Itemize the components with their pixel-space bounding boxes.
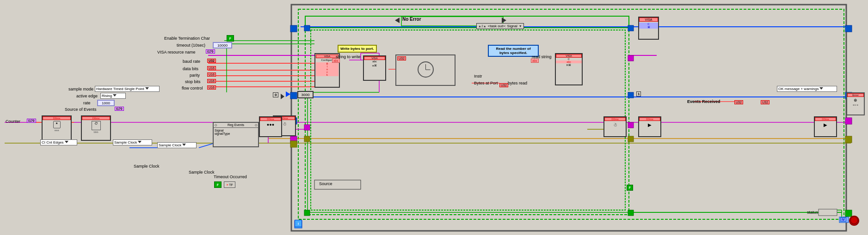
svg-rect-0: [291, 5, 846, 231]
status-label: status: [807, 210, 818, 215]
sample-clock-dropdown-1[interactable]: Sample Clock: [113, 139, 152, 145]
svg-rect-46: [845, 118, 852, 124]
timeout-value[interactable]: 10000: [213, 42, 232, 48]
sample-clock-1-arrow: [138, 141, 142, 145]
read-number-bytes-node[interactable]: Read the number of bytes specified.: [488, 45, 539, 57]
bytes-read-label: bytes read: [508, 81, 527, 85]
block-diagram-canvas: No Error ▲2▲ <task out>: Signal ▼ 3000 E…: [0, 0, 868, 235]
svg-rect-44: [845, 25, 852, 32]
daqmx-create-block[interactable]: D0mx ★ aaa: [42, 115, 72, 141]
daqmx-after-loop[interactable]: D0mx ▶: [638, 116, 661, 137]
abc-string-terminal: abc: [332, 59, 340, 63]
value-0-box: 0: [273, 92, 278, 97]
active-edge-arrow: [113, 94, 117, 98]
data-bits-label: data bits: [183, 66, 198, 71]
svg-rect-40: [290, 136, 297, 143]
abc-read-terminal: abc: [531, 59, 539, 63]
events-received-label: Events Received: [687, 99, 720, 104]
u32-bytes-read-term: U32: [499, 83, 508, 87]
visa-resource-name-label: VISA resource name: [157, 50, 196, 54]
no-error-label: No Error: [402, 17, 421, 22]
sample-clock-dropdown-2[interactable]: Sample Clock: [157, 142, 197, 148]
svg-rect-47: [845, 136, 852, 143]
zero-arrow: [281, 94, 284, 99]
source-label: Source: [319, 181, 332, 186]
events-received-indicator: U32: [761, 100, 770, 104]
wire-layer: [0, 0, 868, 235]
svg-rect-49: [304, 25, 310, 31]
i170-terminal-visa: I170: [206, 49, 215, 54]
ci-cnt-edges-arrow: [65, 141, 68, 145]
ci-cnt-edges-dropdown[interactable]: CI Cnt Edges: [40, 139, 77, 145]
daqmx-channel-block[interactable]: D0mx ⏱ bbb: [81, 115, 111, 141]
enable-termination-char-label: Enable Termination Char: [164, 36, 210, 41]
enable-term-char-bool[interactable]: F: [227, 35, 234, 42]
no-error-arrow-left: [395, 18, 400, 23]
i170-source-events: I170: [115, 107, 124, 111]
source-of-events-label: Source of Events: [65, 107, 97, 112]
svg-rect-59: [628, 210, 634, 216]
svg-rect-51: [304, 125, 310, 130]
timeout-tf-indicator: ► TF: [224, 181, 235, 188]
value-1-constant: 1: [636, 91, 641, 96]
svg-rect-52: [304, 136, 310, 142]
iteration-terminal: i: [295, 220, 302, 227]
flow-control-label: flow control: [182, 86, 203, 90]
sample-clock-label-1: Sample Clock: [134, 164, 160, 169]
svg-rect-56: [628, 55, 634, 61]
stop-button[interactable]: [850, 216, 858, 224]
stop-bits-label: stop bits: [185, 79, 201, 84]
svg-rect-53: [304, 210, 310, 216]
active-edge-label: active edge: [76, 94, 98, 98]
reg-events-block[interactable]: ◇ Reg Events ◇ Signal signalType: [213, 122, 259, 147]
sample-mode-dropdown[interactable]: Hardware Timed Single Point: [95, 86, 160, 92]
counter-label: Counter: [6, 119, 20, 124]
svg-rect-58: [628, 136, 634, 142]
svg-rect-57: [628, 122, 634, 128]
visa-write-block[interactable]: VISA abc w⌘: [363, 55, 386, 81]
svg-rect-64: [819, 209, 837, 216]
baud-rate-label: baud rate: [183, 59, 200, 64]
timeout-occurred-label: Timeout Occurred: [214, 175, 247, 179]
svg-rect-42: [290, 92, 297, 99]
rate-value[interactable]: 1000: [97, 100, 115, 106]
u16-parity-term: U16: [207, 72, 216, 77]
ok-message-arrow: [819, 87, 823, 91]
sample-mode-arrow: [145, 87, 149, 91]
svg-rect-43: [290, 25, 297, 32]
daqmx-cluster-left[interactable]: D0mx ●●●: [259, 116, 282, 137]
bytes-at-port-label: Bytes at Port: [474, 81, 498, 85]
daqmx-right-block[interactable]: D0mx ☃: [603, 116, 627, 137]
no-error-arrow-right: [502, 18, 506, 23]
u16-data-bits-term: U16: [207, 66, 216, 70]
error-cluster-output: Error ⊕ ++-+: [846, 92, 865, 115]
parity-label: parity: [190, 73, 200, 78]
visa-read-block[interactable]: VISA C abc R⌘: [555, 53, 583, 85]
rate-label: rate: [83, 101, 91, 105]
play-arrow: [286, 91, 290, 97]
ok-message-dropdown[interactable]: OK message + warnings: [777, 86, 837, 92]
timeout-f-bool: F: [214, 181, 222, 188]
write-bytes-to-port-node[interactable]: Write bytes to port.: [338, 45, 377, 53]
task-out-signal-box[interactable]: ▲2▲ <task out>: Signal ▼: [476, 23, 524, 29]
active-edge-dropdown[interactable]: Rising: [100, 93, 126, 99]
svg-rect-54: [628, 25, 634, 31]
u32-baud-term: U32: [207, 59, 216, 63]
instr-label: Instr: [474, 74, 482, 78]
sample-clock-2-arrow: [182, 144, 186, 147]
svg-rect-55: [628, 92, 634, 98]
u16-stop-bits-term: U16: [207, 79, 216, 83]
events-received-u32: U32: [734, 100, 743, 104]
svg-rect-1: [298, 9, 844, 219]
timeout-label: timeout (10sec): [177, 43, 205, 48]
svg-rect-41: [290, 141, 297, 147]
svg-rect-3: [305, 16, 629, 28]
delay-block[interactable]: U32: [395, 54, 456, 86]
iv-indicator: iV: [840, 217, 846, 222]
u16-flow-ctrl-term: U16: [207, 85, 216, 90]
visa-output-block: VISA C⌘: [638, 17, 659, 40]
sample-clock-label-2: Sample Clock: [189, 170, 215, 175]
value-3000-control[interactable]: 3000: [297, 91, 314, 98]
svg-rect-48: [845, 210, 852, 217]
daqmx-rightmost[interactable]: D0mx ▶: [814, 116, 837, 137]
